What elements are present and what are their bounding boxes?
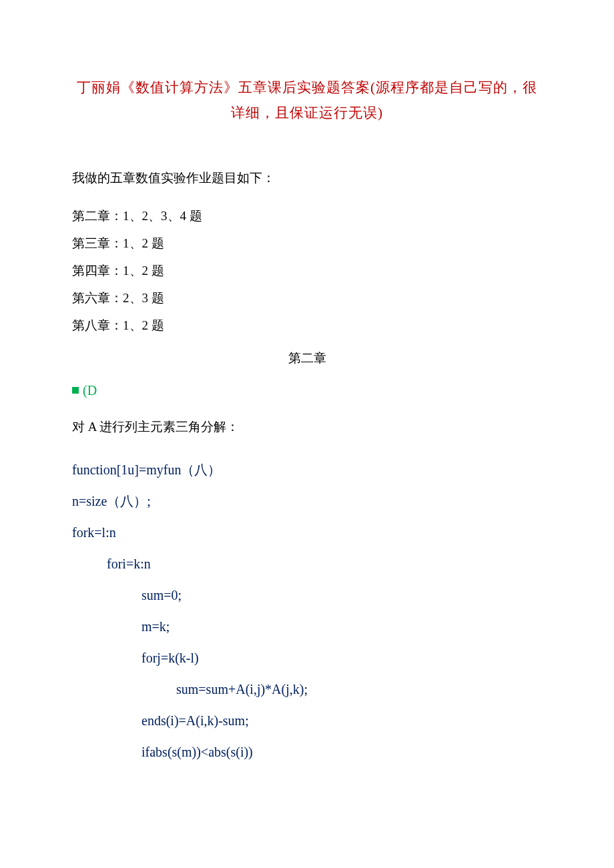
- code-line: forj=k(k-l): [72, 642, 542, 674]
- code-line: n=size（八）;: [72, 486, 542, 517]
- document-title: 丁丽娟《数值计算方法》五章课后实验题答案(源程序都是自己写的，很 详细，且保证运…: [72, 75, 542, 126]
- section-marker: (D: [72, 383, 542, 398]
- code-line: sum=0;: [72, 580, 542, 611]
- chapter-item: 第二章：1、2、3、4 题: [72, 203, 542, 228]
- code-line: sum=sum+A(i,j)*A(j,k);: [72, 674, 542, 705]
- title-line-2: 详细，且保证运行无误): [72, 101, 542, 126]
- code-line: ifabs(s(m))<abs(s(i)): [72, 737, 542, 768]
- code-line: ends(i)=A(i,k)-sum;: [72, 705, 542, 737]
- chapter-item: 第八章：1、2 题: [72, 313, 542, 338]
- code-line: function[1u]=myfun（八）: [72, 454, 542, 486]
- code-line: fork=l:n: [72, 517, 542, 548]
- code-line: m=k;: [72, 611, 542, 642]
- code-line: fori=k:n: [72, 548, 542, 580]
- square-icon: [72, 387, 79, 394]
- subheading: 对 A 进行列主元素三角分解：: [72, 418, 542, 436]
- section-header: 第二章: [72, 350, 542, 367]
- marker-label: (D: [83, 383, 97, 398]
- code-block: function[1u]=myfun（八） n=size（八）; fork=l:…: [72, 454, 542, 768]
- chapter-item: 第四章：1、2 题: [72, 258, 542, 283]
- chapter-item: 第六章：2、3 题: [72, 286, 542, 310]
- title-line-1: 丁丽娟《数值计算方法》五章课后实验题答案(源程序都是自己写的，很: [72, 75, 542, 101]
- chapter-item: 第三章：1、2 题: [72, 231, 542, 256]
- intro-text: 我做的五章数值实验作业题目如下：: [72, 166, 542, 190]
